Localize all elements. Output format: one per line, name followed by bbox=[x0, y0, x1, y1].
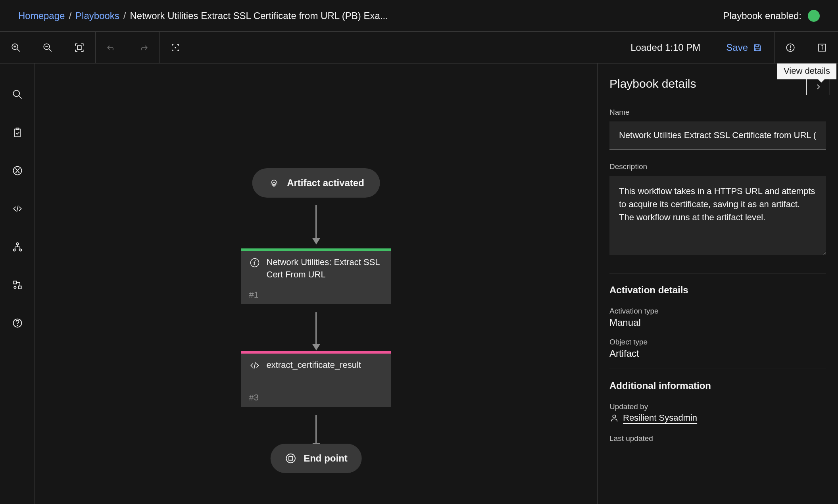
breadcrumb-current: Network Utilities Extract SSL Certificat… bbox=[130, 10, 388, 21]
sidebar-search[interactable] bbox=[0, 75, 35, 113]
select-icon bbox=[170, 42, 181, 53]
svg-rect-7 bbox=[77, 46, 81, 50]
code-icon bbox=[12, 203, 23, 214]
function-node-icon bbox=[249, 257, 260, 268]
warning-icon bbox=[785, 42, 796, 53]
redo-icon bbox=[138, 42, 148, 53]
zoom-in-icon bbox=[11, 42, 21, 53]
view-details-button[interactable] bbox=[806, 32, 838, 63]
playbook-enabled-label: Playbook enabled: bbox=[723, 10, 801, 21]
end-node-label: End point bbox=[304, 453, 348, 464]
svg-rect-24 bbox=[13, 281, 16, 284]
stop-icon bbox=[284, 452, 296, 464]
svg-point-16 bbox=[13, 90, 20, 97]
svg-point-26 bbox=[14, 287, 16, 289]
flow-canvas[interactable]: Artifact activated Network Utilities: Ex… bbox=[35, 63, 598, 504]
additional-heading: Additional information bbox=[609, 380, 826, 391]
sidebar-help[interactable] bbox=[0, 304, 35, 342]
breadcrumb-separator: / bbox=[123, 10, 126, 21]
svg-point-23 bbox=[19, 249, 21, 251]
undo-button[interactable] bbox=[96, 32, 127, 63]
toolbar: Loaded 1:10 PM Save bbox=[0, 32, 838, 63]
undo-icon bbox=[106, 42, 117, 53]
view-details-tooltip: View details bbox=[777, 63, 836, 79]
sidebar-decisions[interactable] bbox=[0, 266, 35, 304]
updated-by-label: Updated by bbox=[609, 402, 826, 411]
breadcrumb-separator: / bbox=[69, 10, 71, 21]
select-button[interactable] bbox=[160, 32, 191, 63]
activation-type-value: Manual bbox=[609, 317, 826, 328]
svg-line-5 bbox=[49, 49, 52, 52]
svg-rect-31 bbox=[288, 456, 292, 460]
zoom-in-button[interactable] bbox=[0, 32, 32, 63]
zoom-out-icon bbox=[42, 42, 53, 53]
end-node[interactable]: End point bbox=[270, 444, 362, 473]
user-icon bbox=[609, 413, 619, 423]
svg-point-12 bbox=[790, 49, 790, 50]
clipboard-icon bbox=[12, 127, 23, 138]
sidebar-scripts[interactable] bbox=[0, 190, 35, 228]
svg-point-28 bbox=[17, 325, 18, 326]
svg-line-17 bbox=[19, 96, 22, 99]
info-panel-icon bbox=[817, 42, 827, 53]
description-textarea[interactable] bbox=[609, 176, 826, 255]
loaded-timestamp: Loaded 1:10 PM bbox=[617, 32, 714, 63]
breadcrumb: Homepage / Playbooks / Network Utilities… bbox=[0, 0, 838, 32]
redo-button[interactable] bbox=[127, 32, 159, 63]
svg-point-15 bbox=[822, 45, 823, 46]
collapse-panel-button[interactable] bbox=[806, 79, 830, 95]
name-input[interactable] bbox=[609, 121, 826, 150]
fingerprint-icon bbox=[268, 177, 280, 189]
function-icon bbox=[12, 165, 23, 176]
start-node-label: Artifact activated bbox=[287, 177, 364, 189]
script-node-title: extract_certificate_result bbox=[267, 359, 361, 387]
updated-by-user[interactable]: Resilient Sysadmin bbox=[623, 413, 697, 423]
search-icon bbox=[12, 89, 23, 100]
svg-rect-18 bbox=[15, 129, 20, 137]
save-icon bbox=[753, 43, 762, 52]
script-node[interactable]: extract_certificate_result #3 bbox=[241, 351, 391, 407]
svg-point-32 bbox=[613, 415, 616, 418]
flow-icon bbox=[12, 279, 23, 290]
activation-heading: Activation details bbox=[609, 285, 826, 296]
chevron-right-icon bbox=[815, 83, 822, 90]
svg-point-21 bbox=[16, 243, 18, 245]
svg-point-22 bbox=[13, 249, 15, 251]
svg-point-30 bbox=[286, 454, 295, 463]
save-button[interactable]: Save bbox=[714, 32, 775, 63]
left-sidebar bbox=[0, 63, 35, 504]
zoom-out-button[interactable] bbox=[32, 32, 63, 63]
activation-type-label: Activation type bbox=[609, 307, 826, 315]
start-node[interactable]: Artifact activated bbox=[252, 168, 380, 198]
function-node[interactable]: Network Utilities: Extract SSL Cert From… bbox=[241, 248, 391, 304]
name-label: Name bbox=[609, 108, 826, 117]
function-node-title: Network Utilities: Extract SSL Cert From… bbox=[267, 256, 383, 284]
tree-icon bbox=[12, 241, 23, 252]
object-type-value: Artifact bbox=[609, 348, 826, 359]
last-updated-label: Last updated bbox=[609, 434, 826, 443]
sidebar-functions[interactable] bbox=[0, 152, 35, 190]
details-panel: View details Playbook details Name Descr… bbox=[598, 63, 838, 504]
script-node-number: #3 bbox=[241, 391, 391, 407]
fit-screen-button[interactable] bbox=[63, 32, 95, 63]
playbook-enabled-toggle[interactable] bbox=[808, 10, 820, 22]
script-node-icon bbox=[249, 360, 260, 371]
sidebar-tasks[interactable] bbox=[0, 113, 35, 152]
fit-screen-icon bbox=[74, 42, 85, 53]
object-type-label: Object type bbox=[609, 338, 826, 346]
errors-button[interactable] bbox=[775, 32, 806, 63]
description-label: Description bbox=[609, 162, 826, 171]
svg-rect-25 bbox=[19, 286, 21, 289]
help-icon bbox=[12, 317, 23, 329]
function-node-number: #1 bbox=[241, 288, 391, 304]
breadcrumb-playbooks[interactable]: Playbooks bbox=[75, 10, 119, 21]
svg-line-1 bbox=[17, 49, 20, 52]
breadcrumb-home[interactable]: Homepage bbox=[18, 10, 65, 21]
sidebar-subplaybooks[interactable] bbox=[0, 228, 35, 266]
